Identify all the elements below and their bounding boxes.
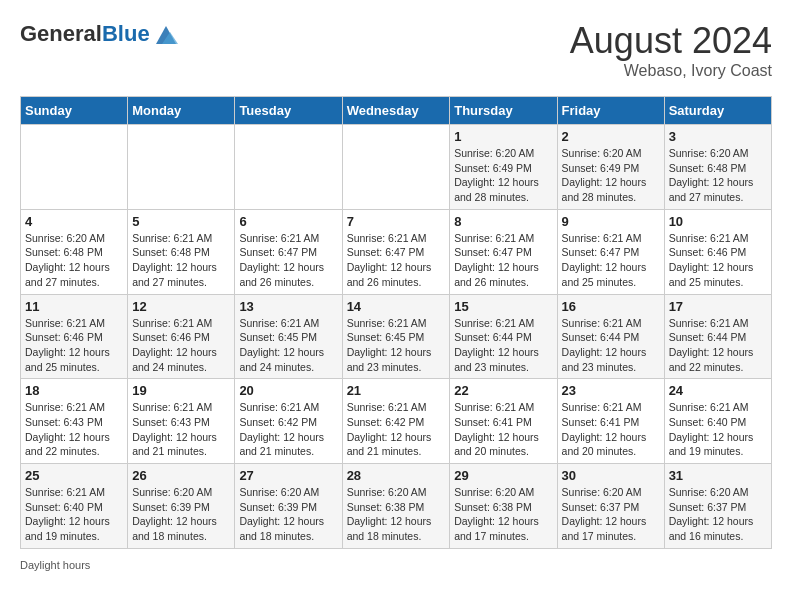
day-number: 6 — [239, 214, 337, 229]
calendar-cell: 24Sunrise: 6:21 AMSunset: 6:40 PMDayligh… — [664, 379, 771, 464]
day-info: Sunrise: 6:21 AMSunset: 6:45 PMDaylight:… — [239, 316, 337, 375]
calendar-cell: 2Sunrise: 6:20 AMSunset: 6:49 PMDaylight… — [557, 125, 664, 210]
logo-blue-text: Blue — [102, 21, 150, 46]
day-info: Sunrise: 6:20 AMSunset: 6:49 PMDaylight:… — [454, 146, 552, 205]
day-number: 31 — [669, 468, 767, 483]
day-number: 28 — [347, 468, 446, 483]
calendar-cell: 16Sunrise: 6:21 AMSunset: 6:44 PMDayligh… — [557, 294, 664, 379]
calendar-cell: 19Sunrise: 6:21 AMSunset: 6:43 PMDayligh… — [128, 379, 235, 464]
day-number: 13 — [239, 299, 337, 314]
calendar-header-monday: Monday — [128, 97, 235, 125]
day-info: Sunrise: 6:21 AMSunset: 6:46 PMDaylight:… — [25, 316, 123, 375]
day-number: 29 — [454, 468, 552, 483]
calendar-cell: 12Sunrise: 6:21 AMSunset: 6:46 PMDayligh… — [128, 294, 235, 379]
day-number: 14 — [347, 299, 446, 314]
logo: GeneralBlue — [20, 20, 180, 48]
logo-general-text: General — [20, 21, 102, 46]
calendar-cell: 9Sunrise: 6:21 AMSunset: 6:47 PMDaylight… — [557, 209, 664, 294]
day-info: Sunrise: 6:21 AMSunset: 6:40 PMDaylight:… — [25, 485, 123, 544]
day-number: 4 — [25, 214, 123, 229]
day-info: Sunrise: 6:21 AMSunset: 6:44 PMDaylight:… — [562, 316, 660, 375]
day-info: Sunrise: 6:21 AMSunset: 6:44 PMDaylight:… — [454, 316, 552, 375]
calendar-week-row: 1Sunrise: 6:20 AMSunset: 6:49 PMDaylight… — [21, 125, 772, 210]
day-info: Sunrise: 6:20 AMSunset: 6:38 PMDaylight:… — [347, 485, 446, 544]
calendar-cell: 30Sunrise: 6:20 AMSunset: 6:37 PMDayligh… — [557, 464, 664, 549]
day-info: Sunrise: 6:21 AMSunset: 6:43 PMDaylight:… — [132, 400, 230, 459]
day-info: Sunrise: 6:21 AMSunset: 6:46 PMDaylight:… — [132, 316, 230, 375]
calendar-cell: 20Sunrise: 6:21 AMSunset: 6:42 PMDayligh… — [235, 379, 342, 464]
calendar-cell: 4Sunrise: 6:20 AMSunset: 6:48 PMDaylight… — [21, 209, 128, 294]
calendar-cell — [235, 125, 342, 210]
calendar-cell: 29Sunrise: 6:20 AMSunset: 6:38 PMDayligh… — [450, 464, 557, 549]
day-info: Sunrise: 6:21 AMSunset: 6:40 PMDaylight:… — [669, 400, 767, 459]
day-info: Sunrise: 6:21 AMSunset: 6:47 PMDaylight:… — [454, 231, 552, 290]
day-number: 8 — [454, 214, 552, 229]
calendar-cell: 25Sunrise: 6:21 AMSunset: 6:40 PMDayligh… — [21, 464, 128, 549]
day-number: 9 — [562, 214, 660, 229]
calendar-week-row: 4Sunrise: 6:20 AMSunset: 6:48 PMDaylight… — [21, 209, 772, 294]
logo-icon — [152, 20, 180, 48]
calendar-cell: 13Sunrise: 6:21 AMSunset: 6:45 PMDayligh… — [235, 294, 342, 379]
day-info: Sunrise: 6:20 AMSunset: 6:38 PMDaylight:… — [454, 485, 552, 544]
calendar-cell: 8Sunrise: 6:21 AMSunset: 6:47 PMDaylight… — [450, 209, 557, 294]
calendar-cell: 1Sunrise: 6:20 AMSunset: 6:49 PMDaylight… — [450, 125, 557, 210]
calendar-cell: 28Sunrise: 6:20 AMSunset: 6:38 PMDayligh… — [342, 464, 450, 549]
calendar-cell: 11Sunrise: 6:21 AMSunset: 6:46 PMDayligh… — [21, 294, 128, 379]
calendar-cell: 26Sunrise: 6:20 AMSunset: 6:39 PMDayligh… — [128, 464, 235, 549]
calendar-header-thursday: Thursday — [450, 97, 557, 125]
calendar-cell — [21, 125, 128, 210]
day-number: 18 — [25, 383, 123, 398]
day-info: Sunrise: 6:21 AMSunset: 6:41 PMDaylight:… — [454, 400, 552, 459]
day-info: Sunrise: 6:20 AMSunset: 6:39 PMDaylight:… — [239, 485, 337, 544]
day-info: Sunrise: 6:21 AMSunset: 6:47 PMDaylight:… — [239, 231, 337, 290]
day-info: Sunrise: 6:20 AMSunset: 6:48 PMDaylight:… — [669, 146, 767, 205]
calendar-cell: 14Sunrise: 6:21 AMSunset: 6:45 PMDayligh… — [342, 294, 450, 379]
day-number: 10 — [669, 214, 767, 229]
calendar-cell: 5Sunrise: 6:21 AMSunset: 6:48 PMDaylight… — [128, 209, 235, 294]
calendar-header-row: SundayMondayTuesdayWednesdayThursdayFrid… — [21, 97, 772, 125]
calendar-header-friday: Friday — [557, 97, 664, 125]
calendar-week-row: 18Sunrise: 6:21 AMSunset: 6:43 PMDayligh… — [21, 379, 772, 464]
calendar-cell: 31Sunrise: 6:20 AMSunset: 6:37 PMDayligh… — [664, 464, 771, 549]
calendar-cell: 17Sunrise: 6:21 AMSunset: 6:44 PMDayligh… — [664, 294, 771, 379]
day-info: Sunrise: 6:20 AMSunset: 6:37 PMDaylight:… — [562, 485, 660, 544]
day-number: 25 — [25, 468, 123, 483]
calendar-cell — [342, 125, 450, 210]
calendar-cell — [128, 125, 235, 210]
day-number: 12 — [132, 299, 230, 314]
calendar-cell: 22Sunrise: 6:21 AMSunset: 6:41 PMDayligh… — [450, 379, 557, 464]
day-number: 21 — [347, 383, 446, 398]
day-info: Sunrise: 6:21 AMSunset: 6:47 PMDaylight:… — [562, 231, 660, 290]
day-number: 19 — [132, 383, 230, 398]
day-number: 11 — [25, 299, 123, 314]
day-number: 15 — [454, 299, 552, 314]
day-info: Sunrise: 6:20 AMSunset: 6:37 PMDaylight:… — [669, 485, 767, 544]
calendar-week-row: 11Sunrise: 6:21 AMSunset: 6:46 PMDayligh… — [21, 294, 772, 379]
calendar-header-sunday: Sunday — [21, 97, 128, 125]
day-number: 24 — [669, 383, 767, 398]
day-number: 22 — [454, 383, 552, 398]
calendar-cell: 18Sunrise: 6:21 AMSunset: 6:43 PMDayligh… — [21, 379, 128, 464]
day-number: 17 — [669, 299, 767, 314]
day-info: Sunrise: 6:20 AMSunset: 6:49 PMDaylight:… — [562, 146, 660, 205]
day-info: Sunrise: 6:21 AMSunset: 6:45 PMDaylight:… — [347, 316, 446, 375]
day-number: 16 — [562, 299, 660, 314]
calendar-cell: 3Sunrise: 6:20 AMSunset: 6:48 PMDaylight… — [664, 125, 771, 210]
day-info: Sunrise: 6:21 AMSunset: 6:42 PMDaylight:… — [347, 400, 446, 459]
calendar-cell: 15Sunrise: 6:21 AMSunset: 6:44 PMDayligh… — [450, 294, 557, 379]
day-info: Sunrise: 6:21 AMSunset: 6:41 PMDaylight:… — [562, 400, 660, 459]
day-number: 3 — [669, 129, 767, 144]
calendar-cell: 27Sunrise: 6:20 AMSunset: 6:39 PMDayligh… — [235, 464, 342, 549]
footer: Daylight hours — [20, 559, 772, 571]
calendar-header-wednesday: Wednesday — [342, 97, 450, 125]
day-number: 1 — [454, 129, 552, 144]
day-info: Sunrise: 6:20 AMSunset: 6:48 PMDaylight:… — [25, 231, 123, 290]
page-header: GeneralBlue August 2024 Webaso, Ivory Co… — [20, 20, 772, 80]
day-number: 2 — [562, 129, 660, 144]
calendar-cell: 10Sunrise: 6:21 AMSunset: 6:46 PMDayligh… — [664, 209, 771, 294]
calendar-header-saturday: Saturday — [664, 97, 771, 125]
day-info: Sunrise: 6:21 AMSunset: 6:46 PMDaylight:… — [669, 231, 767, 290]
day-number: 7 — [347, 214, 446, 229]
day-number: 30 — [562, 468, 660, 483]
location-subtitle: Webaso, Ivory Coast — [570, 62, 772, 80]
